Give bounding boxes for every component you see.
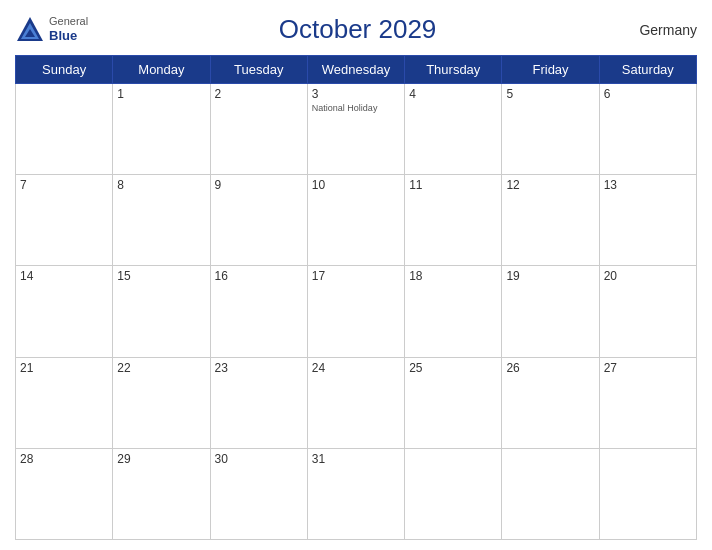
calendar-cell: 18 — [405, 266, 502, 357]
calendar-cell: 5 — [502, 84, 599, 175]
day-number: 8 — [117, 178, 205, 192]
day-number: 14 — [20, 269, 108, 283]
calendar-cell: 29 — [113, 448, 210, 539]
day-header-saturday: Saturday — [599, 56, 696, 84]
logo: General Blue — [15, 15, 88, 45]
week-row-1: 123National Holiday456 — [16, 84, 697, 175]
day-number: 17 — [312, 269, 400, 283]
day-header-tuesday: Tuesday — [210, 56, 307, 84]
calendar-cell: 17 — [307, 266, 404, 357]
country-label: Germany — [627, 22, 697, 38]
calendar-cell: 31 — [307, 448, 404, 539]
logo-general: General — [49, 15, 88, 28]
calendar-cell: 23 — [210, 357, 307, 448]
week-row-4: 21222324252627 — [16, 357, 697, 448]
logo-blue: Blue — [49, 28, 88, 44]
week-row-5: 28293031 — [16, 448, 697, 539]
day-number: 21 — [20, 361, 108, 375]
day-number: 13 — [604, 178, 692, 192]
calendar-header: General Blue October 2029 Germany — [15, 10, 697, 49]
day-number: 1 — [117, 87, 205, 101]
day-number: 27 — [604, 361, 692, 375]
calendar-cell — [599, 448, 696, 539]
calendar-cell: 20 — [599, 266, 696, 357]
day-number: 6 — [604, 87, 692, 101]
month-title: October 2029 — [88, 14, 627, 45]
calendar-table: SundayMondayTuesdayWednesdayThursdayFrid… — [15, 55, 697, 540]
calendar-cell: 1 — [113, 84, 210, 175]
calendar-cell: 21 — [16, 357, 113, 448]
calendar-cell: 3National Holiday — [307, 84, 404, 175]
calendar-cell: 26 — [502, 357, 599, 448]
calendar-cell: 6 — [599, 84, 696, 175]
calendar-cell — [405, 448, 502, 539]
day-number: 18 — [409, 269, 497, 283]
calendar-cell: 4 — [405, 84, 502, 175]
calendar-cell: 14 — [16, 266, 113, 357]
calendar-cell: 2 — [210, 84, 307, 175]
calendar-cell: 30 — [210, 448, 307, 539]
week-row-2: 78910111213 — [16, 175, 697, 266]
day-header-sunday: Sunday — [16, 56, 113, 84]
calendar-cell — [502, 448, 599, 539]
day-number: 5 — [506, 87, 594, 101]
calendar-cell: 25 — [405, 357, 502, 448]
calendar-cell: 8 — [113, 175, 210, 266]
day-number: 10 — [312, 178, 400, 192]
day-number: 20 — [604, 269, 692, 283]
day-number: 2 — [215, 87, 303, 101]
day-number: 26 — [506, 361, 594, 375]
day-number: 22 — [117, 361, 205, 375]
day-number: 29 — [117, 452, 205, 466]
calendar-cell — [16, 84, 113, 175]
calendar-cell: 9 — [210, 175, 307, 266]
day-number: 24 — [312, 361, 400, 375]
calendar-cell: 28 — [16, 448, 113, 539]
logo-icon — [15, 15, 45, 45]
day-number: 3 — [312, 87, 400, 101]
day-number: 23 — [215, 361, 303, 375]
calendar-cell: 15 — [113, 266, 210, 357]
days-header-row: SundayMondayTuesdayWednesdayThursdayFrid… — [16, 56, 697, 84]
day-number: 28 — [20, 452, 108, 466]
calendar-cell: 22 — [113, 357, 210, 448]
day-number: 12 — [506, 178, 594, 192]
day-number: 30 — [215, 452, 303, 466]
day-header-wednesday: Wednesday — [307, 56, 404, 84]
calendar-cell: 19 — [502, 266, 599, 357]
day-number: 9 — [215, 178, 303, 192]
calendar-cell: 12 — [502, 175, 599, 266]
day-number: 4 — [409, 87, 497, 101]
calendar-cell: 7 — [16, 175, 113, 266]
day-header-monday: Monday — [113, 56, 210, 84]
day-number: 7 — [20, 178, 108, 192]
day-number: 16 — [215, 269, 303, 283]
calendar-cell: 10 — [307, 175, 404, 266]
logo-text: General Blue — [49, 15, 88, 44]
day-number: 11 — [409, 178, 497, 192]
calendar-cell: 13 — [599, 175, 696, 266]
day-header-thursday: Thursday — [405, 56, 502, 84]
calendar-cell: 24 — [307, 357, 404, 448]
day-number: 19 — [506, 269, 594, 283]
calendar-cell: 16 — [210, 266, 307, 357]
day-number: 15 — [117, 269, 205, 283]
day-number: 25 — [409, 361, 497, 375]
holiday-label: National Holiday — [312, 103, 400, 115]
day-header-friday: Friday — [502, 56, 599, 84]
calendar-cell: 27 — [599, 357, 696, 448]
week-row-3: 14151617181920 — [16, 266, 697, 357]
day-number: 31 — [312, 452, 400, 466]
calendar-cell: 11 — [405, 175, 502, 266]
